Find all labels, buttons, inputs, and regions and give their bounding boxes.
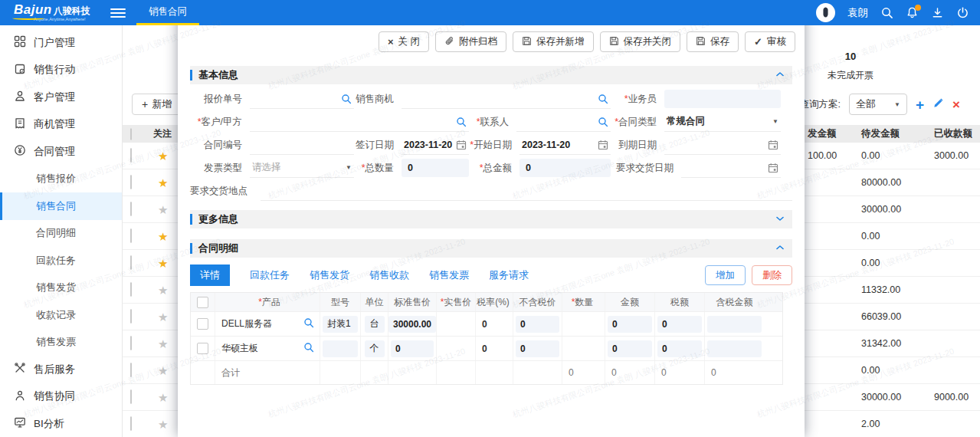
row-checkbox[interactable] xyxy=(130,416,132,431)
star-icon[interactable]: ★ xyxy=(158,311,173,323)
row-checkbox[interactable] xyxy=(197,318,208,330)
model-input[interactable]: 封装1 xyxy=(323,316,358,333)
std-price-input[interactable]: 0 xyxy=(391,340,434,357)
amount-input[interactable]: 0 xyxy=(608,340,652,357)
select-all-checkbox[interactable] xyxy=(130,128,132,140)
total-qty-field[interactable]: 0 xyxy=(402,159,469,177)
row-checkbox[interactable] xyxy=(130,309,132,324)
calendar-icon[interactable] xyxy=(598,140,608,150)
sidebar-item-sales-contract[interactable]: 销售合同 xyxy=(0,192,122,220)
sign-date-field[interactable]: 2023-11-20 xyxy=(402,135,469,155)
search-icon[interactable] xyxy=(598,94,608,104)
star-icon[interactable]: ★ xyxy=(158,419,173,430)
total-input[interactable] xyxy=(707,340,762,357)
contract-type-select[interactable]: 常规合同▼ xyxy=(664,112,781,132)
row-checkbox[interactable] xyxy=(130,255,132,270)
quote-no-field[interactable] xyxy=(250,89,354,109)
star-icon[interactable]: ★ xyxy=(158,338,173,350)
row-checkbox[interactable] xyxy=(130,389,132,404)
star-icon[interactable]: ★ xyxy=(158,204,173,215)
sidebar-item-bi-analysis[interactable]: BI分析 xyxy=(0,410,122,437)
search-icon[interactable] xyxy=(303,342,314,355)
salesman-field[interactable] xyxy=(664,90,781,108)
detail-row[interactable]: 华硕主板 个 0 0 0 0 0 xyxy=(191,337,782,361)
sidebar-item-sales-quote[interactable]: 销售报价 xyxy=(0,166,122,193)
tax-rate-value[interactable]: 0 xyxy=(482,319,487,330)
sidebar-item-portal[interactable]: 门户管理 xyxy=(0,29,122,57)
stat-card-unfinished-invoicing[interactable]: 10 未完成开票 xyxy=(826,51,875,82)
section-basic-info[interactable]: 基本信息 xyxy=(190,66,792,84)
logout-power-icon[interactable] xyxy=(956,6,969,19)
sidebar-item-sales-invoice[interactable]: 销售发票 xyxy=(0,329,122,356)
audit-button[interactable]: ✓审核 xyxy=(745,31,795,52)
total-amount-field[interactable]: 0 xyxy=(519,159,611,177)
opportunity-field[interactable] xyxy=(402,89,611,109)
tab-sales-delivery[interactable]: 销售发货 xyxy=(310,268,349,282)
sidebar-item-sales-action[interactable]: 销售行动 xyxy=(0,57,122,84)
open-tab-sales-contract[interactable]: 销售合同 xyxy=(136,0,199,25)
tax-input[interactable]: 0 xyxy=(657,340,702,357)
row-checkbox[interactable] xyxy=(130,148,132,163)
search-icon[interactable] xyxy=(303,317,314,330)
no-tax-price-input[interactable]: 0 xyxy=(516,340,559,357)
customer-field[interactable] xyxy=(250,112,469,132)
row-checkbox[interactable] xyxy=(130,175,132,189)
model-input[interactable] xyxy=(323,340,358,357)
row-checkbox[interactable] xyxy=(130,282,132,297)
calendar-icon[interactable] xyxy=(768,163,778,173)
search-icon[interactable] xyxy=(341,94,352,104)
sidebar-item-sales-collab[interactable]: 销售协同 xyxy=(0,383,122,411)
tab-service-request[interactable]: 服务请求 xyxy=(489,268,529,282)
sidebar-item-sales-delivery[interactable]: 销售发货 xyxy=(0,274,122,302)
start-date-field[interactable]: 2023-11-20 xyxy=(519,135,611,155)
tab-detail[interactable]: 详情 xyxy=(190,264,230,286)
query-plan-select[interactable]: 全部 ▼ xyxy=(849,94,907,115)
chevron-up-icon[interactable] xyxy=(775,68,785,82)
detail-row[interactable]: DELL服务器 封装1 台 30000.00 0 0 0 0 xyxy=(191,312,782,337)
sidebar-item-customers[interactable]: 客户管理 xyxy=(0,84,122,111)
download-icon[interactable] xyxy=(931,6,944,19)
row-checkbox[interactable] xyxy=(130,363,132,377)
chevron-up-icon[interactable] xyxy=(775,242,785,255)
star-icon[interactable]: ★ xyxy=(158,392,173,403)
sidebar-item-receipt-record[interactable]: 收款记录 xyxy=(0,301,122,329)
amount-input[interactable]: 0 xyxy=(608,316,652,333)
contact-field[interactable] xyxy=(516,112,611,132)
menu-toggle-icon[interactable] xyxy=(110,8,126,18)
edit-pencil-icon[interactable] xyxy=(932,97,944,112)
delete-row-button[interactable]: 删除 xyxy=(752,265,792,285)
sidebar-item-payment-task[interactable]: 回款任务 xyxy=(0,247,122,274)
search-icon[interactable] xyxy=(456,117,467,127)
star-icon[interactable]: ★ xyxy=(158,365,173,376)
section-contract-detail[interactable]: 合同明细 xyxy=(190,239,792,258)
attachment-archive-button[interactable]: 附件归档 xyxy=(435,31,506,52)
add-row-button[interactable]: 增加 xyxy=(705,265,746,285)
tab-sales-receipt[interactable]: 销售收款 xyxy=(369,268,409,282)
section-more-info[interactable]: 更多信息 xyxy=(190,210,792,228)
row-checkbox[interactable] xyxy=(130,202,132,216)
delivery-date-field[interactable] xyxy=(681,158,781,178)
unit-input[interactable]: 台 xyxy=(365,316,385,333)
delivery-place-field[interactable] xyxy=(261,181,792,201)
star-icon[interactable]: ★ xyxy=(158,177,173,189)
sidebar-item-contract-detail[interactable]: 合同明细 xyxy=(0,220,122,248)
chevron-down-icon[interactable] xyxy=(775,212,785,226)
star-icon[interactable]: ★ xyxy=(158,258,173,269)
sidebar-item-opportunities[interactable]: 商机管理 xyxy=(0,111,122,139)
save-and-close-button[interactable]: 保存并关闭 xyxy=(600,31,681,52)
add-new-button[interactable]: + 新增 xyxy=(132,94,182,115)
save-button[interactable]: 保存 xyxy=(687,31,739,52)
star-icon[interactable]: ★ xyxy=(158,231,173,242)
row-checkbox[interactable] xyxy=(197,343,208,354)
search-icon[interactable] xyxy=(880,6,893,19)
save-and-new-button[interactable]: 保存并新增 xyxy=(513,31,594,52)
invoice-type-select[interactable]: 请选择▼ xyxy=(250,158,354,178)
add-query-plan-icon[interactable]: + xyxy=(916,97,924,112)
calendar-icon[interactable] xyxy=(768,140,778,150)
no-tax-price-input[interactable]: 0 xyxy=(516,316,559,333)
contract-no-field[interactable] xyxy=(250,135,354,155)
avatar[interactable] xyxy=(816,3,835,22)
sidebar-item-contracts[interactable]: 合同管理 xyxy=(0,138,122,166)
total-input[interactable] xyxy=(707,316,762,333)
row-checkbox[interactable] xyxy=(130,336,132,350)
